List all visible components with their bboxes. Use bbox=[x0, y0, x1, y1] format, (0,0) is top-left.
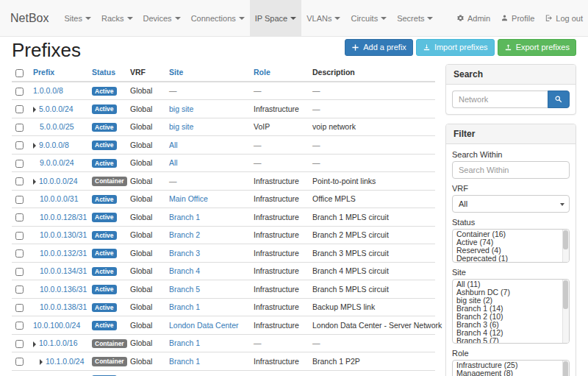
table-row: 10.1.0.0/25ActiveGlobalBranch 1—— bbox=[12, 370, 435, 376]
listbox-option[interactable]: Deprecated (1) bbox=[453, 255, 569, 263]
site-link[interactable]: London Data Center bbox=[169, 321, 239, 330]
row-checkbox[interactable] bbox=[15, 322, 24, 330]
export-prefixes-button[interactable]: Export prefixes bbox=[498, 39, 576, 56]
row-checkbox[interactable] bbox=[15, 124, 24, 132]
prefix-link[interactable]: 10.0.0.132/31 bbox=[40, 249, 87, 258]
scrollbar[interactable] bbox=[562, 230, 569, 262]
status-cell: Active bbox=[88, 154, 126, 172]
nav-item-logout[interactable]: Log out bbox=[539, 0, 588, 36]
add-prefix-button[interactable]: Add a prefix bbox=[345, 39, 413, 56]
prefix-link[interactable]: 5.0.0.0/24 bbox=[39, 104, 74, 113]
row-checkbox[interactable] bbox=[15, 196, 24, 204]
scrollbar-thumb[interactable] bbox=[563, 361, 568, 376]
prefix-link[interactable]: 9.0.0.0/24 bbox=[40, 158, 74, 167]
site-link[interactable]: big site bbox=[169, 104, 193, 113]
row-checkbox[interactable] bbox=[15, 340, 24, 348]
nav-item-vlans[interactable]: VLANs bbox=[301, 0, 345, 36]
prefix-link[interactable]: 10.0.0.0/31 bbox=[40, 194, 79, 203]
scrollbar[interactable] bbox=[562, 361, 569, 376]
search-input[interactable] bbox=[452, 91, 548, 108]
filter-select-vrf[interactable]: All bbox=[452, 195, 570, 213]
nav-item-devices[interactable]: Devices bbox=[138, 0, 186, 36]
row-checkbox[interactable] bbox=[15, 213, 24, 221]
checkbox-cell bbox=[12, 316, 29, 335]
row-checkbox[interactable] bbox=[15, 358, 24, 366]
row-checkbox[interactable] bbox=[15, 304, 24, 312]
prefix-link[interactable]: 10.0.100.0/24 bbox=[33, 321, 80, 330]
prefix-link[interactable]: 10.0.0.128/31 bbox=[40, 213, 87, 221]
checkbox-cell bbox=[12, 208, 29, 227]
prefix-link[interactable]: 10.1.0.0/24 bbox=[46, 357, 85, 366]
role-cell: Infrastructure bbox=[250, 262, 309, 280]
filter-label-vrf: VRF bbox=[452, 184, 570, 193]
filter-listbox-role[interactable]: Infrastructure (25)Management (8)Private… bbox=[452, 360, 570, 376]
nav-item-circuits[interactable]: Circuits bbox=[345, 0, 392, 36]
table-row: 10.0.100.0/24ActiveGlobalLondon Data Cen… bbox=[12, 316, 435, 335]
select-all-checkbox[interactable] bbox=[15, 69, 24, 77]
nav-item-ip-space[interactable]: IP Space bbox=[250, 0, 301, 36]
site-link[interactable]: Branch 1 bbox=[169, 302, 200, 311]
search-button[interactable] bbox=[548, 91, 570, 108]
site-link[interactable]: Main Office bbox=[169, 194, 208, 203]
site-link[interactable]: All bbox=[169, 141, 178, 149]
listbox-option[interactable]: Branch 5 (7) bbox=[453, 337, 569, 344]
scrollbar[interactable] bbox=[562, 280, 569, 343]
prefix-link[interactable]: 10.0.0.0/24 bbox=[39, 177, 78, 185]
prefix-link[interactable]: 10.0.0.134/31 bbox=[40, 266, 87, 275]
site-link[interactable]: Branch 1 bbox=[169, 357, 200, 366]
row-checkbox[interactable] bbox=[15, 268, 24, 276]
prefix-cell: 9.0.0.0/8 bbox=[29, 136, 88, 155]
column-header-status[interactable]: Status bbox=[88, 64, 126, 82]
row-checkbox[interactable] bbox=[15, 105, 24, 113]
scrollbar-thumb[interactable] bbox=[563, 280, 568, 309]
row-checkbox[interactable] bbox=[15, 177, 24, 185]
nav-item-secrets[interactable]: Secrets bbox=[392, 0, 438, 36]
column-header-role[interactable]: Role bbox=[250, 64, 309, 82]
row-checkbox[interactable] bbox=[15, 88, 24, 96]
nav-item-admin[interactable]: Admin bbox=[451, 0, 495, 36]
prefix-link[interactable]: 10.1.0.0/16 bbox=[39, 338, 78, 347]
filter-listbox-status[interactable]: Container (16)Active (74)Reserved (4)Dep… bbox=[452, 229, 570, 263]
prefix-link[interactable]: 5.0.0.0/25 bbox=[40, 122, 74, 131]
site-link[interactable]: All bbox=[169, 158, 178, 167]
app-brand[interactable]: NetBox bbox=[0, 0, 59, 36]
prefix-link[interactable]: 10.0.0.136/31 bbox=[40, 285, 87, 294]
row-checkbox[interactable] bbox=[15, 249, 24, 258]
site-link[interactable]: Branch 5 bbox=[169, 285, 200, 294]
checkbox-cell bbox=[12, 262, 29, 280]
checkbox-cell bbox=[12, 136, 29, 155]
row-checkbox[interactable] bbox=[15, 160, 24, 168]
prefix-link[interactable]: 10.0.0.130/31 bbox=[40, 230, 87, 239]
column-header-site[interactable]: Site bbox=[165, 64, 250, 82]
chevron-down-icon bbox=[427, 17, 433, 20]
site-cell: — bbox=[165, 82, 250, 100]
site-cell: big site bbox=[165, 100, 250, 118]
prefix-link[interactable]: 10.0.0.138/31 bbox=[40, 302, 87, 311]
prefix-cell: 5.0.0.0/24 bbox=[29, 100, 88, 118]
scrollbar-thumb[interactable] bbox=[563, 230, 568, 249]
site-link[interactable]: Branch 4 bbox=[169, 266, 200, 275]
filter-input-search-within[interactable] bbox=[452, 161, 570, 179]
nav-item-racks[interactable]: Racks bbox=[96, 0, 138, 36]
listbox-option[interactable]: Management (8) bbox=[453, 369, 569, 376]
nav-item-profile[interactable]: Profile bbox=[495, 0, 539, 36]
column-header-prefix[interactable]: Prefix bbox=[29, 64, 88, 82]
site-link[interactable]: big site bbox=[169, 122, 193, 131]
row-checkbox[interactable] bbox=[15, 141, 24, 149]
row-checkbox[interactable] bbox=[15, 285, 24, 294]
nav-item-connections[interactable]: Connections bbox=[186, 0, 250, 36]
site-link[interactable]: Branch 2 bbox=[169, 230, 200, 239]
empty-value: — bbox=[312, 158, 320, 167]
nav-item-sites[interactable]: Sites bbox=[59, 0, 96, 36]
vrf-cell: Global bbox=[126, 118, 165, 136]
prefix-link[interactable]: 9.0.0.0/8 bbox=[39, 141, 69, 149]
column-header-vrf: VRF bbox=[126, 64, 165, 82]
prefix-link[interactable]: 1.0.0.0/8 bbox=[33, 86, 63, 95]
site-link[interactable]: Branch 1 bbox=[169, 338, 200, 347]
import-prefixes-button[interactable]: Import prefixes bbox=[416, 39, 495, 56]
row-checkbox[interactable] bbox=[15, 232, 24, 240]
site-link[interactable]: Branch 1 bbox=[169, 213, 200, 221]
site-link[interactable]: Branch 3 bbox=[169, 249, 200, 258]
empty-value: — bbox=[169, 177, 177, 185]
filter-listbox-site[interactable]: All (11)Ashburn DC (7)big site (2)Branch… bbox=[452, 279, 570, 344]
